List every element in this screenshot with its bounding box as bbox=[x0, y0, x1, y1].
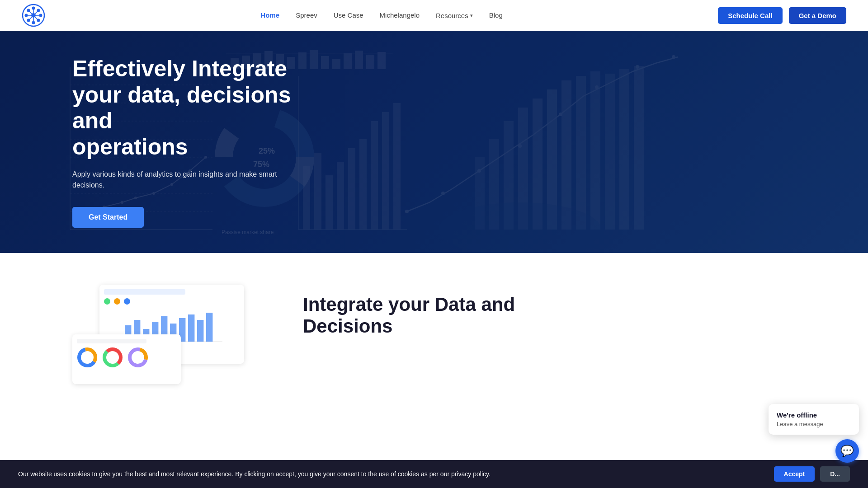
svg-line-17 bbox=[28, 15, 33, 20]
resources-chevron-icon: ▾ bbox=[470, 13, 473, 19]
dashboard-small-card bbox=[72, 334, 181, 384]
schedule-call-button[interactable]: Schedule Call bbox=[718, 7, 782, 24]
svg-rect-99 bbox=[206, 313, 212, 342]
chat-popup: We're offline Leave a message bbox=[769, 404, 859, 411]
integrate-title: Integrate your Data and Decisions bbox=[303, 294, 796, 338]
hero-content: Effectively Integrate your data, decisio… bbox=[0, 56, 316, 228]
svg-line-16 bbox=[33, 10, 38, 15]
svg-line-15 bbox=[33, 15, 38, 20]
hero-section: 25% 75% Passive market share bbox=[0, 31, 868, 253]
get-demo-button[interactable]: Get a Demo bbox=[789, 7, 846, 24]
integrate-section: Integrate your Data and Decisions bbox=[0, 253, 868, 411]
dashboard-mock bbox=[72, 285, 267, 393]
logo-icon bbox=[22, 4, 45, 27]
integrate-section-text: Integrate your Data and Decisions bbox=[303, 285, 796, 345]
chat-widget: We're offline Leave a message 💬 bbox=[769, 404, 859, 411]
logo[interactable] bbox=[22, 4, 45, 27]
nav-menu: Home Spreev Use Case Michelangelo Resour… bbox=[261, 11, 503, 19]
svg-rect-97 bbox=[188, 314, 194, 342]
hero-title: Effectively Integrate your data, decisio… bbox=[72, 56, 316, 160]
nav-item-resources[interactable]: Resources ▾ bbox=[436, 12, 473, 19]
nav-item-michelangelo[interactable]: Michelangelo bbox=[380, 11, 420, 19]
navbar-actions: Schedule Call Get a Demo bbox=[718, 7, 846, 24]
dashboard-screenshot bbox=[72, 285, 267, 393]
navbar: Home Spreev Use Case Michelangelo Resour… bbox=[0, 0, 868, 31]
nav-item-spreev[interactable]: Spreev bbox=[296, 11, 317, 19]
svg-line-14 bbox=[28, 10, 33, 15]
nav-item-usecase[interactable]: Use Case bbox=[334, 11, 363, 19]
hero-subtitle: Apply various kinds of analytics to gain… bbox=[72, 169, 289, 191]
nav-item-home[interactable]: Home bbox=[261, 11, 280, 19]
svg-rect-98 bbox=[197, 320, 203, 342]
get-started-button[interactable]: Get Started bbox=[72, 207, 144, 228]
nav-item-blog[interactable]: Blog bbox=[489, 11, 503, 19]
